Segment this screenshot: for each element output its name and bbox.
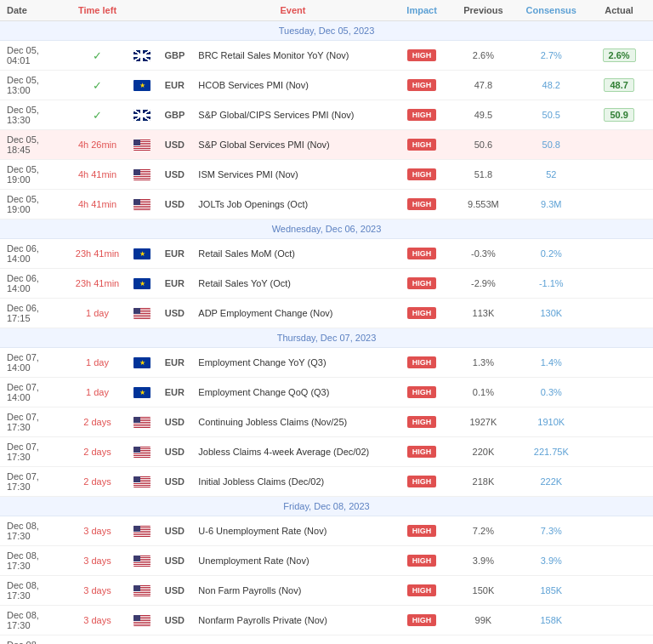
event-name: JOLTs Job Openings (Oct) [191, 190, 394, 219]
event-previous: 1927K [450, 407, 518, 437]
table-row: Dec 06, 14:0023h 41minEURRetail Sales Mo… [0, 239, 653, 269]
main-container: Date Time left Event Impact Previous Con… [0, 0, 653, 644]
table-row: Dec 07, 17:302 daysUSDInitial Jobless Cl… [0, 467, 653, 497]
check-icon: ✓ [93, 109, 102, 122]
us-flag-icon [133, 476, 150, 487]
event-date: Dec 08, 19:00 [0, 635, 68, 645]
event-name: Michigan Consumer Sentiment (Dec) [191, 635, 394, 645]
check-icon: ✓ [93, 49, 102, 62]
event-consensus: 50.5 [517, 100, 585, 130]
event-impact: HIGH [395, 546, 450, 576]
us-flag-icon [133, 526, 150, 537]
event-name: Retail Sales YoY (Oct) [191, 269, 394, 299]
impact-badge: HIGH [407, 109, 437, 121]
event-name: Nonfarm Payrolls Private (Nov) [191, 606, 394, 635]
event-consensus: 1.4% [517, 348, 585, 378]
event-consensus: 52 [517, 160, 585, 190]
event-name: ISM Services PMI (Nov) [191, 160, 394, 190]
event-consensus: 48.2 [517, 71, 585, 100]
event-consensus: 3.9% [517, 546, 585, 576]
event-currency: USD [157, 407, 191, 437]
event-time-left: 1 day [68, 299, 128, 328]
col-header-previous: Previous [450, 0, 518, 21]
gb-flag-icon [133, 50, 150, 61]
table-row: Dec 08, 17:303 daysUSDNon Farm Payrolls … [0, 576, 653, 606]
event-name: ADP Employment Change (Nov) [191, 299, 394, 328]
event-actual: 50.9 [585, 100, 653, 130]
event-previous: 220K [450, 437, 518, 467]
us-flag-icon [133, 308, 150, 319]
event-actual [585, 407, 653, 437]
event-flag-cell [127, 41, 157, 71]
eu-flag-icon [133, 80, 150, 91]
section-header-row: Thursday, Dec 07, 2023 [0, 328, 653, 348]
check-icon: ✓ [93, 79, 102, 92]
us-flag-icon [133, 140, 150, 151]
event-currency: USD [157, 576, 191, 606]
event-flag-cell [127, 130, 157, 160]
event-actual [585, 516, 653, 546]
event-currency: GBP [157, 100, 191, 130]
col-header-date: Date [0, 0, 68, 21]
event-flag-cell [127, 239, 157, 269]
event-consensus: 0.3% [517, 378, 585, 407]
us-flag-icon [133, 447, 150, 458]
event-currency: USD [157, 130, 191, 160]
event-currency: USD [157, 190, 191, 219]
event-name: Employment Change QoQ (Q3) [191, 378, 394, 407]
event-previous: 2.6% [450, 41, 518, 71]
event-actual [585, 160, 653, 190]
impact-badge: HIGH [407, 555, 437, 567]
event-time-left: ✓ [68, 71, 128, 100]
event-time-left: 2 days [68, 407, 128, 437]
impact-badge: HIGH [407, 49, 437, 61]
event-time-left: ✓ [68, 41, 128, 71]
section-header-row: Wednesday, Dec 06, 2023 [0, 219, 653, 239]
col-header-consensus: Consensus [517, 0, 585, 21]
us-flag-icon [133, 615, 150, 626]
event-previous: 7.2% [450, 516, 518, 546]
event-impact: HIGH [395, 576, 450, 606]
event-impact: HIGH [395, 516, 450, 546]
event-name: Initial Jobless Claims (Dec/02) [191, 467, 394, 497]
table-row: Dec 06, 14:0023h 41minEURRetail Sales Yo… [0, 269, 653, 299]
us-flag-icon [133, 585, 150, 596]
event-date: Dec 08, 17:30 [0, 606, 68, 635]
event-name: Retail Sales MoM (Oct) [191, 239, 394, 269]
event-time-left: 2 days [68, 437, 128, 467]
event-previous: 61.3 [450, 635, 518, 645]
event-name: Non Farm Payrolls (Nov) [191, 576, 394, 606]
event-previous: 150K [450, 576, 518, 606]
event-consensus: 1910K [517, 407, 585, 437]
event-name: HCOB Services PMI (Nov) [191, 71, 394, 100]
event-previous: 218K [450, 467, 518, 497]
event-currency: GBP [157, 41, 191, 71]
table-row: Dec 08, 17:303 daysUSDNonfarm Payrolls P… [0, 606, 653, 635]
event-date: Dec 08, 17:30 [0, 546, 68, 576]
section-header-row: Tuesday, Dec 05, 2023 [0, 21, 653, 41]
us-flag-icon [133, 556, 150, 567]
event-impact: HIGH [395, 635, 450, 645]
event-currency: EUR [157, 348, 191, 378]
event-name: Jobless Claims 4-week Average (Dec/02) [191, 437, 394, 467]
event-impact: HIGH [395, 606, 450, 635]
event-name: S&P Global/CIPS Services PMI (Nov) [191, 100, 394, 130]
impact-badge: HIGH [407, 79, 437, 91]
impact-badge: HIGH [407, 446, 437, 458]
event-date: Dec 05, 19:00 [0, 190, 68, 219]
event-date: Dec 08, 17:30 [0, 576, 68, 606]
event-impact: HIGH [395, 269, 450, 299]
event-name: Continuing Jobless Claims (Nov/25) [191, 407, 394, 437]
event-actual [585, 130, 653, 160]
event-flag-cell [127, 576, 157, 606]
col-header-event: Event [191, 0, 394, 21]
event-currency: USD [157, 546, 191, 576]
event-impact: HIGH [395, 378, 450, 407]
event-consensus: 222K [517, 467, 585, 497]
event-actual [585, 606, 653, 635]
table-row: Dec 07, 17:302 daysUSDContinuing Jobless… [0, 407, 653, 437]
event-currency: EUR [157, 239, 191, 269]
event-date: Dec 05, 04:01 [0, 41, 68, 71]
event-date: Dec 08, 17:30 [0, 516, 68, 546]
table-row: Dec 07, 14:001 dayEUREmployment Change Q… [0, 378, 653, 407]
